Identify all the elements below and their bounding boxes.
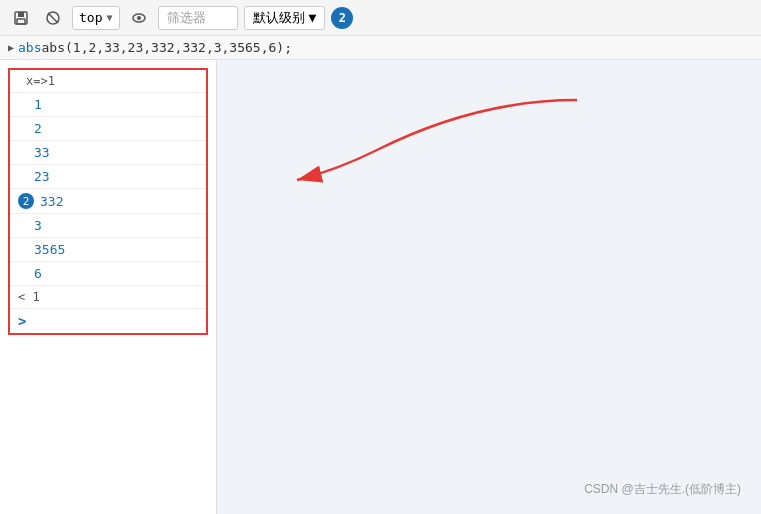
filter-input[interactable]: 筛选器 (158, 6, 238, 30)
top-dropdown[interactable]: top ▼ (72, 6, 120, 30)
svg-rect-2 (17, 19, 25, 24)
code-function: absabs(1,2,33,23,332,332,3,3565,6); (18, 40, 292, 55)
list-panel: x=>1 1 2 33 23 2 332 3 3565 6 < 1 > (8, 68, 208, 335)
list-item[interactable]: 3565 (10, 238, 206, 262)
list-item[interactable]: 23 (10, 165, 206, 189)
block-icon[interactable] (40, 5, 66, 31)
svg-point-6 (137, 16, 141, 20)
code-keyword: abs (18, 40, 41, 55)
list-item[interactable]: 6 (10, 262, 206, 286)
item-badge: 2 (18, 193, 34, 209)
chevron-down-icon: ▼ (309, 10, 317, 25)
code-params: abs(1,2,33,23,332,332,3,3565,6); (42, 40, 292, 55)
right-area (216, 60, 761, 514)
list-item[interactable]: 33 (10, 141, 206, 165)
list-item[interactable]: 2 (10, 117, 206, 141)
default-level-dropdown[interactable]: 默认级别 ▼ (244, 6, 326, 30)
list-item[interactable]: 3 (10, 214, 206, 238)
eye-icon[interactable] (126, 5, 152, 31)
default-level-label: 默认级别 (253, 9, 305, 27)
save-icon[interactable] (8, 5, 34, 31)
code-line: ▶ absabs(1,2,33,23,332,332,3,3565,6); (0, 36, 761, 60)
filter-placeholder: 筛选器 (167, 9, 206, 27)
toolbar: top ▼ 筛选器 默认级别 ▼ 2 (0, 0, 761, 36)
list-item-value: 332 (40, 194, 63, 209)
svg-line-4 (48, 13, 58, 23)
watermark: CSDN @吉士先生.(低阶博主) (584, 481, 741, 498)
svg-rect-1 (18, 12, 24, 17)
list-item-with-badge[interactable]: 2 332 (10, 189, 206, 214)
expand-triangle[interactable]: ▶ (8, 42, 14, 53)
nav-next-label: > (18, 313, 26, 329)
list-header: x=>1 (10, 70, 206, 93)
list-nav-prev[interactable]: < 1 (10, 286, 206, 309)
nav-prev-label: < 1 (18, 290, 40, 304)
main-area: x=>1 1 2 33 23 2 332 3 3565 6 < 1 > (0, 60, 761, 514)
list-item[interactable]: 1 (10, 93, 206, 117)
chevron-down-icon: ▼ (106, 12, 112, 23)
list-nav-next[interactable]: > (10, 309, 206, 333)
top-label: top (79, 10, 102, 25)
badge-count[interactable]: 2 (331, 7, 353, 29)
arrow-annotation (277, 90, 677, 210)
